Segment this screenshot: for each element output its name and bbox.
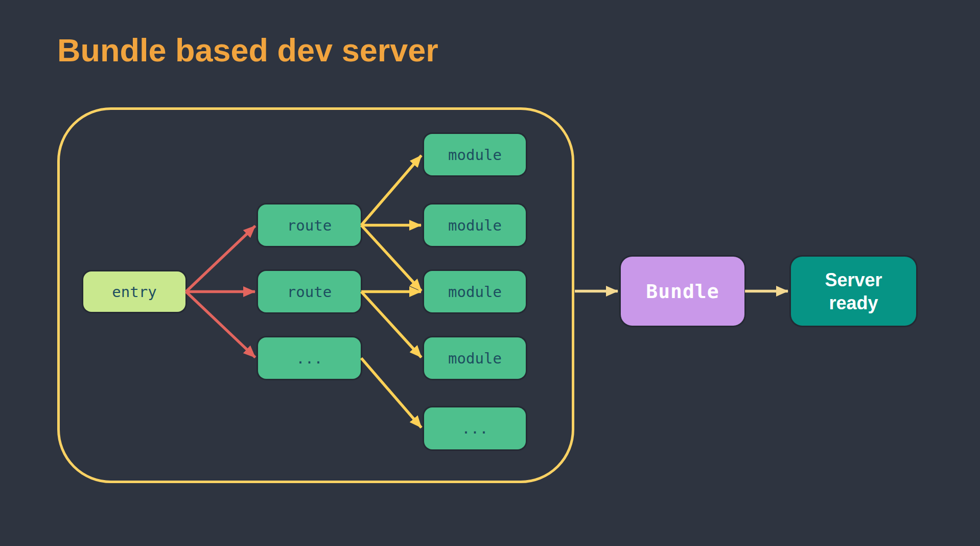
module-node-4: module <box>424 337 526 379</box>
module-node-2: module <box>424 204 526 246</box>
module-node-3: module <box>424 271 526 312</box>
entry-node: entry <box>83 271 185 312</box>
route-node-1: route <box>258 204 361 246</box>
route-ellipsis-node: ... <box>258 337 361 379</box>
slide-canvas: Bundle based dev server entry route rout… <box>0 0 980 546</box>
server-ready-node: Server ready <box>791 257 916 326</box>
module-ellipsis-node: ... <box>424 407 526 449</box>
route-node-2: route <box>258 271 361 312</box>
bundle-node: Bundle <box>621 257 744 326</box>
page-title: Bundle based dev server <box>57 32 438 69</box>
module-node-1: module <box>424 134 526 175</box>
